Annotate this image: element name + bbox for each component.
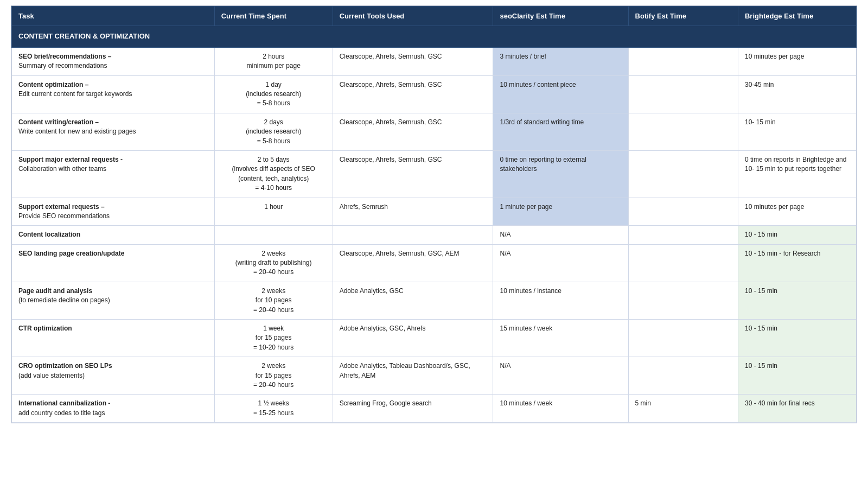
seoclarity-cell: 10 minutes / instance [493, 282, 628, 319]
task-normal-text: Edit current content for target keywords [18, 90, 132, 98]
time-cell: 2 weeks (writing draft to publishing) = … [214, 244, 333, 282]
task-cell: Content localization [12, 226, 215, 244]
tools-cell: Adobe Analytics, Tableau Dashboard/s, GS… [333, 357, 493, 395]
task-cell: Content optimization –Edit current conte… [12, 75, 215, 113]
brightedge-cell: 10 - 15 min [738, 282, 856, 319]
tools-cell: Adobe Analytics, GSC [333, 282, 493, 319]
time-cell: 2 weeks for 10 pages = 20-40 hours [214, 282, 333, 319]
table-body: CONTENT CREATION & OPTIMIZATIONSEO brief… [12, 26, 857, 423]
table-row: CRO optimization on SEO LPs(add value st… [12, 357, 857, 395]
table-row: International cannibalization -add count… [12, 395, 857, 423]
task-cell: Support external requests –Provide SEO r… [12, 198, 215, 226]
seoclarity-cell: 10 minutes / content piece [493, 75, 628, 113]
task-cell: Content writing/creation –Write content … [12, 113, 215, 150]
section-header-row: CONTENT CREATION & OPTIMIZATION [12, 26, 857, 48]
task-bold-text: Page audit and analysis [18, 287, 92, 295]
tools-cell: Clearscope, Ahrefs, Semrush, GSC, AEM [333, 244, 493, 282]
seoclarity-cell: 15 minutes / week [493, 320, 628, 357]
seoclarity-cell: N/A [493, 244, 628, 282]
tools-cell: Clearscope, Ahrefs, Semrush, GSC [333, 150, 493, 198]
tools-cell: Adobe Analytics, GSC, Ahrefs [333, 320, 493, 357]
header-tools: Current Tools Used [333, 7, 493, 26]
botify-cell [628, 357, 738, 395]
botify-cell: 5 min [628, 395, 738, 423]
header-time: Current Time Spent [214, 7, 333, 26]
seoclarity-cell: 3 minutes / brief [493, 47, 628, 75]
comparison-table: Task Current Time Spent Current Tools Us… [11, 6, 857, 423]
task-cell: International cannibalization -add count… [12, 395, 215, 423]
seoclarity-cell: 10 minutes / week [493, 395, 628, 423]
time-cell: 2 to 5 days (involves diff aspects of SE… [214, 150, 333, 198]
header-brightedge: Brightedge Est Time [738, 7, 856, 26]
section-header-label: CONTENT CREATION & OPTIMIZATION [12, 26, 857, 48]
task-bold-text: SEO landing page creation/update [18, 250, 124, 257]
tools-cell: Clearscope, Ahrefs, Semrush, GSC [333, 75, 493, 113]
task-cell: CTR optimization [12, 320, 215, 357]
header-botify: Botify Est Time [628, 7, 738, 26]
botify-cell [628, 198, 738, 226]
table-row: Page audit and analysis(to remediate dec… [12, 282, 857, 319]
tools-cell: Screaming Frog, Google search [333, 395, 493, 423]
botify-cell [628, 244, 738, 282]
task-cell: SEO brief/recommendations –Summary of re… [12, 47, 215, 75]
time-cell: 1 hour [214, 198, 333, 226]
seoclarity-cell: N/A [493, 357, 628, 395]
task-bold-text: SEO brief/recommendations – [18, 53, 111, 60]
task-bold-text: Support major external requests - [18, 156, 123, 163]
time-cell [214, 226, 333, 244]
botify-cell [628, 282, 738, 319]
brightedge-cell: 10 minutes per page [738, 47, 856, 75]
brightedge-cell: 10 minutes per page [738, 198, 856, 226]
seoclarity-cell: 1/3rd of standard writing time [493, 113, 628, 150]
brightedge-cell: 10 - 15 min [738, 320, 856, 357]
task-bold-text: CRO optimization on SEO LPs [18, 362, 112, 370]
tools-cell: Clearscope, Ahrefs, Semrush, GSC [333, 47, 493, 75]
table-row: Support external requests –Provide SEO r… [12, 198, 857, 226]
tools-cell [333, 226, 493, 244]
task-bold-text: International cannibalization - [18, 399, 110, 407]
brightedge-cell: 30 - 40 min for final recs [738, 395, 856, 423]
header-seoclarity: seoClarity Est Time [493, 7, 628, 26]
time-cell: 1 ½ weeks = 15-25 hours [214, 395, 333, 423]
brightedge-cell: 10 - 15 min - for Research [738, 244, 856, 282]
botify-cell [628, 226, 738, 244]
botify-cell [628, 150, 738, 198]
header-task: Task [12, 7, 215, 26]
task-normal-text: (to remediate decline on pages) [18, 296, 110, 304]
brightedge-cell: 10- 15 min [738, 113, 856, 150]
seoclarity-cell: 0 time on reporting to external stakehol… [493, 150, 628, 198]
task-cell: SEO landing page creation/update [12, 244, 215, 282]
task-normal-text: Write content for new and existing pages [18, 128, 136, 135]
table-row: Content writing/creation –Write content … [12, 113, 857, 150]
task-bold-text: CTR optimization [18, 325, 72, 332]
seoclarity-cell: N/A [493, 226, 628, 244]
task-normal-text: Summary of recommendations [18, 62, 107, 69]
tools-cell: Ahrefs, Semrush [333, 198, 493, 226]
botify-cell [628, 75, 738, 113]
task-bold-text: Content localization [18, 231, 80, 238]
task-normal-text: (add value statements) [18, 372, 85, 379]
task-bold-text: Content optimization – [18, 81, 88, 88]
botify-cell [628, 320, 738, 357]
brightedge-cell: 10 - 15 min [738, 357, 856, 395]
main-table-wrapper: Task Current Time Spent Current Tools Us… [11, 5, 857, 423]
time-cell: 2 weeks for 15 pages = 20-40 hours [214, 357, 333, 395]
task-normal-text: Collaboration with other teams [18, 165, 106, 173]
brightedge-cell: 10 - 15 min [738, 226, 856, 244]
task-normal-text: add country codes to title tags [18, 409, 105, 417]
time-cell: 1 day (includes research) = 5-8 hours [214, 75, 333, 113]
table-row: Support major external requests -Collabo… [12, 150, 857, 198]
table-row: SEO landing page creation/update2 weeks … [12, 244, 857, 282]
botify-cell [628, 113, 738, 150]
task-cell: Support major external requests -Collabo… [12, 150, 215, 198]
time-cell: 2 days (includes research) = 5-8 hours [214, 113, 333, 150]
time-cell: 1 week for 15 pages = 10-20 hours [214, 320, 333, 357]
task-cell: CRO optimization on SEO LPs(add value st… [12, 357, 215, 395]
task-bold-text: Support external requests – [18, 203, 105, 211]
task-normal-text: Provide SEO recommendations [18, 212, 110, 220]
time-cell: 2 hours minimum per page [214, 47, 333, 75]
tools-cell: Clearscope, Ahrefs, Semrush, GSC [333, 113, 493, 150]
brightedge-cell: 0 time on reports in Brightedge and 10- … [738, 150, 856, 198]
table-row: Content localizationN/A10 - 15 min [12, 226, 857, 244]
botify-cell [628, 47, 738, 75]
